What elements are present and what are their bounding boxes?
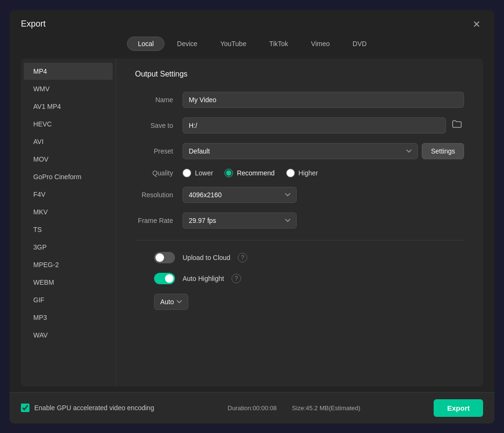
quality-recommend-label: Recommend <box>237 169 274 177</box>
folder-browse-button[interactable] <box>450 118 464 133</box>
tab-vimeo[interactable]: Vimeo <box>300 37 340 51</box>
tab-dvd[interactable]: DVD <box>342 37 378 51</box>
path-input[interactable] <box>183 117 446 134</box>
framerate-dropdown[interactable]: 29.97 fps 25 fps 24 fps 60 fps <box>183 212 297 229</box>
format-gopro[interactable]: GoPro Cineform <box>24 168 113 185</box>
settings-title: Output Settings <box>135 70 464 78</box>
name-row: Name <box>135 92 464 108</box>
auto-highlight-row: Auto Highlight ? <box>135 273 464 284</box>
auto-highlight-help-icon[interactable]: ? <box>232 274 241 283</box>
preset-row: Preset Default Custom Settings <box>135 143 464 159</box>
quality-higher-radio[interactable] <box>286 169 295 177</box>
quality-recommend-option[interactable]: Recommend <box>224 169 274 177</box>
tab-bar: Local Device YouTube TikTok Vimeo DVD <box>10 37 494 58</box>
format-wmv[interactable]: WMV <box>24 80 113 97</box>
auto-highlight-slider <box>154 273 175 284</box>
auto-highlight-label: Auto Highlight <box>183 275 224 282</box>
footer: Enable GPU accelerated video encoding Du… <box>10 392 494 423</box>
format-mkv[interactable]: MKV <box>24 203 113 221</box>
duration-info: Duration:00:00:08 <box>228 404 277 412</box>
preset-label: Preset <box>135 147 183 155</box>
format-webm[interactable]: WEBM <box>24 274 113 291</box>
size-info: Size:45.2 MB(Estimated) <box>292 404 360 412</box>
quality-options: Lower Recommend Higher <box>183 169 318 177</box>
format-wav[interactable]: WAV <box>24 327 113 344</box>
tab-local[interactable]: Local <box>127 37 165 51</box>
highlight-dropdown[interactable]: Auto Manual <box>154 294 188 310</box>
divider <box>135 240 464 241</box>
upload-cloud-toggle[interactable] <box>154 252 175 263</box>
upload-cloud-help-icon[interactable]: ? <box>238 253 247 262</box>
gpu-label: Enable GPU accelerated video encoding <box>34 404 154 412</box>
name-label: Name <box>135 96 183 104</box>
format-mpeg2[interactable]: MPEG-2 <box>24 256 113 273</box>
preset-select-row: Default Custom Settings <box>183 143 464 159</box>
dialog-title: Export <box>21 19 46 29</box>
tab-device[interactable]: Device <box>166 37 208 51</box>
title-bar: Export ✕ <box>10 10 494 37</box>
quality-recommend-radio[interactable] <box>224 169 233 177</box>
tab-youtube[interactable]: YouTube <box>210 37 257 51</box>
upload-cloud-label: Upload to Cloud <box>183 254 230 261</box>
close-button[interactable]: ✕ <box>470 18 483 31</box>
quality-higher-label: Higher <box>299 169 318 177</box>
format-av1mp4[interactable]: AV1 MP4 <box>24 98 113 115</box>
framerate-row: Frame Rate 29.97 fps 25 fps 24 fps 60 fp… <box>135 212 464 229</box>
quality-higher-option[interactable]: Higher <box>286 169 318 177</box>
tab-tiktok[interactable]: TikTok <box>259 37 299 51</box>
format-mov[interactable]: MOV <box>24 151 113 168</box>
quality-label: Quality <box>135 169 183 177</box>
save-to-row: Save to <box>135 117 464 134</box>
path-row <box>183 117 464 134</box>
quality-lower-label: Lower <box>195 169 213 177</box>
preset-dropdown[interactable]: Default Custom <box>183 143 418 159</box>
content-area: MP4 WMV AV1 MP4 HEVC AVI MOV GoPro Cinef… <box>21 58 483 386</box>
format-avi[interactable]: AVI <box>24 133 113 150</box>
resolution-row: Resolution 4096x2160 1920x1080 1280x720 … <box>135 187 464 203</box>
quality-row: Quality Lower Recommend Higher <box>135 169 464 177</box>
quality-lower-option[interactable]: Lower <box>183 169 213 177</box>
format-3gp[interactable]: 3GP <box>24 239 113 256</box>
framerate-label: Frame Rate <box>135 217 183 224</box>
gpu-checkbox[interactable] <box>21 404 29 412</box>
footer-info: Duration:00:00:08 Size:45.2 MB(Estimated… <box>228 404 360 412</box>
auto-highlight-toggle[interactable] <box>154 273 175 284</box>
gpu-checkbox-label[interactable]: Enable GPU accelerated video encoding <box>21 404 154 412</box>
resolution-label: Resolution <box>135 191 183 199</box>
format-gif[interactable]: GIF <box>24 291 113 308</box>
export-dialog: Export ✕ Local Device YouTube TikTok Vim… <box>10 10 494 423</box>
export-button[interactable]: Export <box>434 399 483 417</box>
format-f4v[interactable]: F4V <box>24 186 113 203</box>
format-mp3[interactable]: MP3 <box>24 309 113 326</box>
upload-cloud-slider <box>154 252 175 263</box>
format-ts[interactable]: TS <box>24 221 113 238</box>
format-list: MP4 WMV AV1 MP4 HEVC AVI MOV GoPro Cinef… <box>21 58 116 386</box>
format-mp4[interactable]: MP4 <box>24 63 113 80</box>
name-input[interactable] <box>183 92 464 108</box>
quality-lower-radio[interactable] <box>183 169 191 177</box>
highlight-dropdown-row: Auto Manual <box>135 294 464 310</box>
settings-button[interactable]: Settings <box>422 143 464 159</box>
settings-panel: Output Settings Name Save to <box>116 58 483 386</box>
resolution-dropdown[interactable]: 4096x2160 1920x1080 1280x720 854x480 <box>183 187 297 203</box>
save-to-label: Save to <box>135 122 183 129</box>
format-hevc[interactable]: HEVC <box>24 115 113 133</box>
upload-cloud-row: Upload to Cloud ? <box>135 252 464 263</box>
